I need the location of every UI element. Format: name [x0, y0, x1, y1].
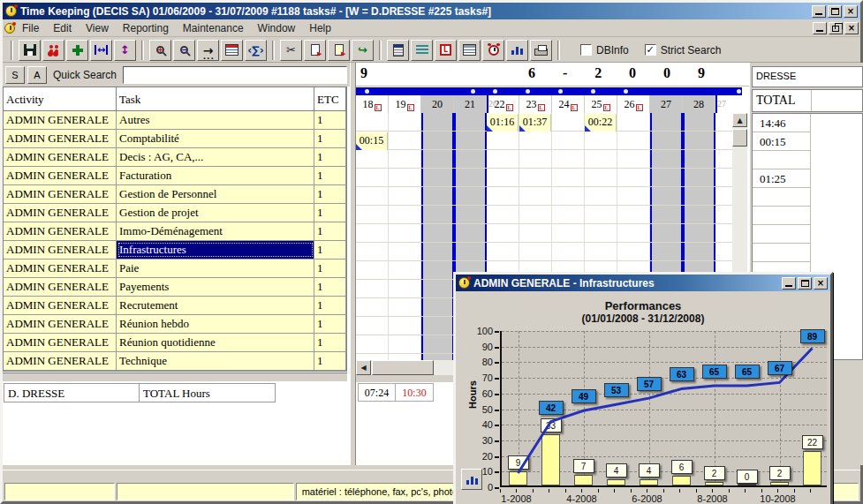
cell-task[interactable]: Réunion quotidienne [117, 334, 314, 351]
date-header-26[interactable]: 26L [617, 95, 650, 113]
table-row[interactable]: ADMIN GENERALEGestion de Personnel1 [4, 185, 346, 204]
chart-minimize-button[interactable] [782, 277, 796, 290]
cell-activity[interactable]: ADMIN GENERALE [4, 260, 117, 277]
cell-task[interactable]: Payements [117, 278, 314, 296]
date-header-28[interactable]: 28 [683, 95, 715, 113]
menu-window[interactable]: Window [251, 20, 303, 36]
month-view-button[interactable] [458, 40, 481, 61]
print-button[interactable] [530, 40, 552, 61]
chart-maximize-button[interactable] [798, 277, 812, 290]
save-button[interactable] [19, 40, 41, 61]
cell-activity[interactable]: ADMIN GENERALE [4, 334, 117, 351]
cell-task[interactable]: Gestion de projet [117, 204, 314, 222]
cell-activity[interactable]: ADMIN GENERALE [4, 204, 117, 222]
table-row[interactable]: ADMIN GENERALEComptabilité1 [4, 130, 346, 148]
menu-reporting[interactable]: Reporting [116, 20, 176, 36]
menu-maintenance[interactable]: Maintenance [176, 20, 251, 36]
date-header-25[interactable]: 25L [585, 95, 617, 113]
cell-task[interactable]: Réunion hebdo [117, 315, 314, 333]
date-header-23[interactable]: 23L [519, 95, 552, 113]
chart-plot-area[interactable]: 933744620222424953576365656789 [500, 331, 827, 487]
cell-activity[interactable]: ADMIN GENERALE [4, 241, 117, 259]
strict-search-checkbox[interactable] [645, 44, 656, 56]
cut-task-button[interactable]: ✂ [280, 40, 302, 61]
cell-task[interactable]: Recrutement [117, 297, 314, 314]
cell-etc[interactable]: 1 [314, 241, 346, 259]
search-a-button[interactable]: A [27, 66, 47, 84]
date-header-19[interactable]: 19L [389, 95, 421, 113]
table-row[interactable]: ADMIN GENERALEPaie1 [4, 260, 346, 278]
cell-etc[interactable]: 1 [314, 148, 346, 166]
chart-button[interactable] [506, 40, 528, 61]
table-row[interactable]: ADMIN GENERALEFacturation1 [4, 167, 346, 185]
chart-window-titlebar[interactable]: ADMIN GENERALE - Infrastructures × [456, 275, 830, 291]
table-row[interactable]: ADMIN GENERALERéunion hebdo1 [4, 315, 346, 334]
child-restore-button[interactable] [829, 22, 843, 34]
cell-activity[interactable]: ADMIN GENERALE [4, 278, 117, 296]
expand-range-button[interactable]: ↔ [90, 40, 112, 61]
time-log-button[interactable]: L [435, 40, 457, 61]
horizontal-scroll-thumb[interactable] [372, 360, 434, 375]
menu-edit[interactable]: Edit [46, 20, 79, 36]
cell-etc[interactable]: 1 [314, 297, 346, 314]
cell-activity[interactable]: ADMIN GENERALE [4, 130, 117, 147]
cell-activity[interactable]: ADMIN GENERALE [4, 297, 117, 314]
vertical-range-button[interactable]: ↕ [114, 40, 136, 61]
cell-task[interactable]: Paie [117, 260, 314, 277]
cell-activity[interactable]: ADMIN GENERALE [4, 167, 117, 184]
timesheet-entry[interactable]: 00:22 [585, 114, 617, 132]
scroll-left-button[interactable]: ◀ [356, 360, 371, 375]
child-minimize-button[interactable] [813, 22, 827, 34]
table-row[interactable]: ADMIN GENERALEInfrastructures1 [4, 241, 346, 260]
cell-etc[interactable]: 1 [314, 167, 346, 184]
sum-button[interactable]: ‹∑› [245, 40, 267, 61]
table-row[interactable]: ADMIN GENERALEImmo-Déménagement1 [4, 222, 346, 241]
list-view-button[interactable] [411, 40, 433, 61]
table-row[interactable]: ADMIN GENERALEPayements1 [4, 278, 346, 297]
cell-task[interactable]: Technique [117, 352, 314, 370]
date-header-24[interactable]: 24L [552, 95, 585, 113]
child-close-button[interactable]: × [844, 22, 859, 34]
cell-activity[interactable]: ADMIN GENERALE [4, 185, 117, 203]
table-row[interactable]: ADMIN GENERALEGestion de projet1 [4, 204, 346, 222]
cell-etc[interactable]: 1 [314, 352, 346, 370]
move-task-button[interactable]: ↪ [352, 40, 374, 61]
close-button[interactable]: × [844, 5, 858, 18]
cell-etc[interactable]: 1 [314, 315, 346, 333]
cell-etc[interactable]: 1 [314, 185, 346, 203]
cell-task[interactable]: Infrastructures [117, 241, 314, 259]
cell-task[interactable]: Comptabilité [117, 130, 314, 147]
cell-task[interactable]: Autres [117, 111, 314, 129]
menu-file[interactable]: File [15, 20, 46, 36]
table-row[interactable]: ADMIN GENERALERecrutement1 [4, 297, 346, 315]
maximize-button[interactable] [828, 5, 842, 18]
date-header-20[interactable]: 20 [421, 95, 454, 113]
cell-etc[interactable]: 1 [314, 260, 346, 277]
cell-task[interactable]: Facturation [117, 167, 314, 184]
cell-etc[interactable]: 1 [314, 204, 346, 222]
table-row[interactable]: ADMIN GENERALEAutres1 [4, 111, 346, 130]
cell-activity[interactable]: ADMIN GENERALE [4, 111, 117, 129]
calculator-button[interactable] [387, 40, 409, 61]
timesheet-entry[interactable]: 01:37 [519, 114, 551, 132]
cell-activity[interactable]: ADMIN GENERALE [4, 222, 117, 240]
table-row[interactable]: ADMIN GENERALERéunion quotidienne1 [4, 334, 346, 352]
date-header-22[interactable]: 2622L [487, 95, 519, 113]
cell-activity[interactable]: ADMIN GENERALE [4, 315, 117, 333]
quick-search-input[interactable] [123, 66, 347, 84]
menu-view[interactable]: View [79, 20, 116, 36]
date-header-21[interactable]: 21 [454, 95, 487, 113]
column-header-etc[interactable]: ETC [314, 87, 346, 110]
date-header-27[interactable]: 27 [650, 95, 683, 113]
copy-task-button[interactable] [304, 40, 326, 61]
scroll-up-button[interactable]: ▲ [732, 113, 747, 127]
zoom-out-button[interactable]: − [173, 40, 195, 61]
cell-etc[interactable]: 1 [314, 278, 346, 296]
alarm-button[interactable] [482, 40, 504, 61]
splitter-left[interactable] [350, 63, 356, 465]
users-button[interactable] [42, 40, 64, 61]
paste-task-button[interactable] [328, 40, 350, 61]
column-header-task[interactable]: Task [117, 87, 314, 110]
cell-etc[interactable]: 1 [314, 111, 346, 129]
cell-etc[interactable]: 1 [314, 130, 346, 147]
